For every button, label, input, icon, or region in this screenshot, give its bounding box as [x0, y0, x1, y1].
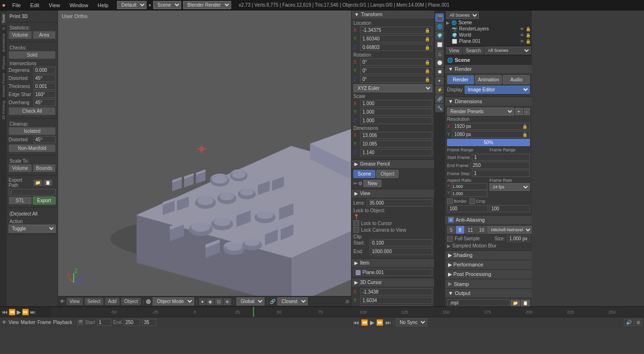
object-btn[interactable]: Object — [121, 298, 141, 305]
gp-new-btn[interactable]: New — [363, 180, 381, 187]
next-frame-btn[interactable]: ⏩ — [22, 309, 29, 315]
workspace-select[interactable]: Default — [117, 1, 146, 9]
transform-orientation[interactable]: Global — [236, 297, 264, 305]
bounds-btn[interactable]: Bounds — [33, 164, 56, 172]
stamp-header[interactable]: ▶ Stamp — [445, 279, 532, 288]
plane001-tree-item[interactable]: ⬜ Plane.001 👁 🔒 — [446, 38, 531, 44]
clipboard-icon-btn[interactable]: 📋 — [43, 179, 52, 186]
physics-icon[interactable]: ⚡ — [435, 86, 444, 94]
presets-remove[interactable]: - — [524, 108, 530, 115]
left-tab-physics[interactable]: Physics — [1, 54, 6, 71]
non-manifold-btn[interactable]: Non-Manifold — [9, 144, 56, 152]
rot-y-lock[interactable]: 🔒 — [425, 69, 430, 73]
thickness-field[interactable] — [33, 83, 56, 90]
gp-scene-btn[interactable]: Scene — [353, 170, 375, 178]
lock-cursor-checkbox[interactable] — [353, 220, 359, 226]
render-btn[interactable]: Render — [447, 75, 474, 84]
menu-file[interactable]: File — [10, 1, 24, 9]
3d-cursor-header[interactable]: ▶ 3D Cursor — [351, 278, 434, 286]
rotation-mode-select[interactable]: XYZ Euler — [353, 84, 432, 92]
play-pause-btn[interactable]: ▶ — [370, 319, 374, 326]
left-tab-animations[interactable]: Animations — [1, 31, 6, 54]
view-btn[interactable]: View — [67, 298, 83, 305]
check-all-btn[interactable]: Check All — [9, 107, 56, 115]
display-select[interactable]: Image Editor — [465, 86, 530, 94]
timeline-area[interactable]: -50 -25 0 25 50 75 100 125 150 175 200 2… — [51, 307, 644, 317]
distorted2-field[interactable] — [33, 136, 56, 143]
item-header[interactable]: ▶ Item — [351, 259, 434, 267]
viewport[interactable]: User Ortho — [58, 10, 351, 306]
gp-object-btn[interactable]: Object — [376, 170, 399, 178]
folder-icon-btn[interactable]: 📁 — [33, 179, 42, 186]
degenera-field[interactable] — [33, 67, 56, 74]
marker-btn[interactable]: Marker — [21, 320, 36, 325]
gp-settings-btn[interactable]: ⚙ — [358, 181, 362, 186]
loc-y-lock[interactable]: 🔒 — [425, 37, 430, 41]
overhang-field[interactable] — [33, 99, 56, 106]
dimensions-header[interactable]: ▼ Dimensions — [445, 97, 532, 106]
animation-render-btn[interactable]: Animation — [475, 75, 502, 84]
menu-view[interactable]: View — [46, 1, 63, 9]
object-mode-select[interactable]: Object Mode — [153, 297, 194, 305]
engine-select[interactable]: Blender Render — [183, 1, 231, 9]
left-tab-n[interactable]: N — [1, 25, 6, 32]
solid-btn[interactable]: Solid — [9, 51, 56, 59]
next-btn[interactable]: ⏩ — [376, 319, 383, 326]
full-sample-checkbox[interactable] — [447, 236, 453, 242]
manipulator-btn[interactable]: ⊕ — [224, 298, 231, 305]
post-processing-header[interactable]: ▶ Post Processing — [445, 270, 532, 279]
menu-window[interactable]: Window — [67, 1, 91, 9]
object-icon[interactable]: ⬜ — [435, 40, 444, 49]
prev-frame-btn[interactable]: ⏪ — [9, 309, 16, 315]
isolated-btn[interactable]: Isolated — [9, 127, 56, 135]
left-tab-3dprint[interactable]: 3D Printing — [1, 99, 6, 122]
crop-checkbox[interactable] — [469, 198, 475, 204]
skip-start-btn[interactable]: ⏮ — [353, 319, 359, 326]
volume2-btn[interactable]: Volume — [9, 164, 32, 172]
playback-btn[interactable]: Playback — [53, 320, 73, 325]
aa-filter-select[interactable]: Mitchell-Netravel — [488, 226, 532, 234]
prev-btn[interactable]: ⏪ — [361, 319, 368, 326]
view-header[interactable]: ▶ View — [351, 189, 434, 197]
rot-x-lock[interactable]: 🔒 — [425, 60, 430, 65]
presets-add[interactable]: + — [515, 108, 523, 115]
scene-icon[interactable]: 🌐 — [435, 22, 444, 31]
volume-btn[interactable]: Volume — [9, 31, 32, 39]
performance-header[interactable]: ▶ Performance — [445, 260, 532, 269]
constraints-icon[interactable]: 🔗 — [435, 95, 444, 103]
audio-render-btn[interactable]: Audio — [503, 75, 530, 84]
res-x-lock[interactable]: 🔒 — [522, 124, 527, 129]
transform-header[interactable]: ▼ Transform — [351, 10, 434, 19]
left-tab-tools[interactable]: Tools — [1, 12, 6, 25]
all-scenes-select[interactable]: All Scenes — [446, 11, 479, 19]
view-menu-btn[interactable]: View — [446, 47, 462, 54]
snap-select[interactable]: Closest — [277, 297, 308, 305]
modifiers-icon[interactable]: 🔧 — [435, 104, 444, 112]
texture-icon[interactable]: 🔲 — [435, 68, 444, 76]
stl-btn[interactable]: STL — [9, 197, 32, 205]
scene-select[interactable]: Scene — [153, 1, 181, 9]
output-clip-btn[interactable]: 📋 — [521, 300, 530, 306]
left-tab-grease[interactable]: Grease Pencil — [1, 71, 6, 99]
distorted-field[interactable] — [33, 75, 56, 82]
start-frame-input[interactable] — [97, 319, 111, 326]
sync-select[interactable]: No Sync — [396, 318, 427, 326]
play-btn[interactable]: ▶ — [17, 309, 21, 315]
lock-camera-checkbox[interactable] — [353, 227, 359, 233]
end-frame-input[interactable] — [124, 319, 140, 326]
aa-5-btn[interactable]: 5 — [447, 226, 456, 234]
render-section-header[interactable]: ▼ Render — [445, 65, 532, 73]
jump-end-btn[interactable]: ⏭ — [30, 309, 36, 315]
aa-11-btn[interactable]: 11 — [465, 226, 476, 234]
area-btn[interactable]: Area — [33, 31, 56, 39]
add-btn[interactable]: Add — [105, 298, 119, 305]
material-icon[interactable]: ⚪ — [435, 59, 444, 67]
solid-view-btn[interactable]: ◉ — [206, 298, 214, 305]
output-folder-btn[interactable]: 📁 — [511, 300, 520, 306]
aa-16-btn[interactable]: 16 — [476, 226, 487, 234]
frame-rate-select[interactable]: 24 fps — [489, 183, 530, 191]
shading-header[interactable]: ▶ Shading — [445, 251, 532, 260]
gp-brush-btn[interactable]: ✏ — [353, 181, 357, 186]
mesh-icon[interactable]: △ — [435, 49, 444, 58]
scene-tree-item[interactable]: ▶ 🌐 Scene — [446, 20, 531, 26]
